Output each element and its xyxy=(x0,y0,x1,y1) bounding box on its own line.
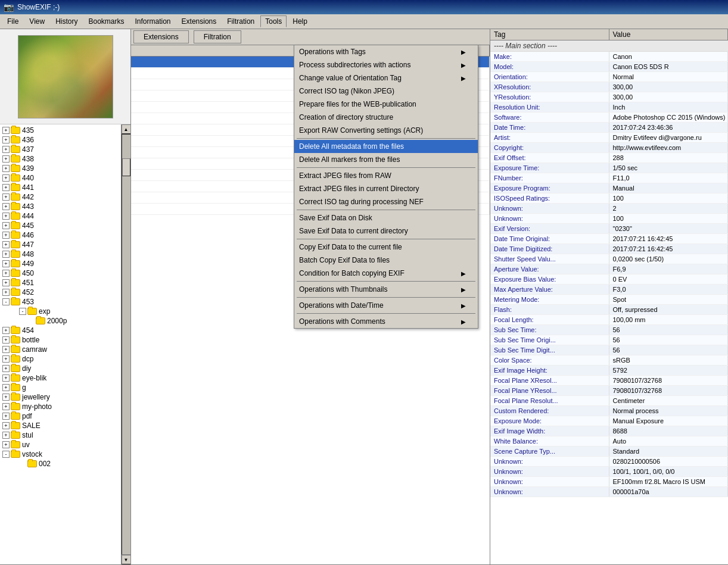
expand-btn[interactable]: + xyxy=(2,365,10,372)
menu-entry-save-exif-disk[interactable]: Save Exif Data on Disk xyxy=(294,211,478,224)
tree-item[interactable]: +uv xyxy=(0,440,121,449)
tree-item[interactable]: +bottle xyxy=(0,335,121,345)
expand-btn[interactable]: + xyxy=(2,441,10,448)
menu-file[interactable]: File xyxy=(2,15,23,27)
tree-scrollbar[interactable]: ▲ ▼ xyxy=(121,124,130,564)
tree-item[interactable]: +444 xyxy=(0,211,121,221)
menu-entry-cond-batch[interactable]: Condition for Batch copying EXIF ▶ xyxy=(294,267,478,280)
tree-item[interactable]: +447 xyxy=(0,240,121,249)
expand-btn[interactable]: + xyxy=(2,222,10,229)
tree-item[interactable]: +436 xyxy=(0,135,121,145)
scroll-down-btn[interactable]: ▼ xyxy=(122,555,131,564)
tree-item[interactable]: +449 xyxy=(0,259,121,269)
tab-extensions[interactable]: Extensions xyxy=(133,30,189,43)
expand-btn[interactable]: + xyxy=(2,422,10,429)
tree-item[interactable]: -453 xyxy=(0,297,121,307)
expand-btn[interactable]: + xyxy=(2,184,10,191)
menu-entry-ops-comments[interactable]: Operations with Comments ▶ xyxy=(294,315,478,328)
expand-btn[interactable]: + xyxy=(2,279,10,286)
expand-btn[interactable]: + xyxy=(2,241,10,248)
collapse-btn[interactable]: - xyxy=(2,451,10,458)
tree-item[interactable]: -exp xyxy=(0,307,121,316)
expand-btn[interactable]: + xyxy=(2,327,10,334)
tree-item[interactable]: +eye-blik xyxy=(0,373,121,383)
expand-btn[interactable]: + xyxy=(2,146,10,153)
menu-entry-export-raw[interactable]: Export RAW Converting settings (ACR) xyxy=(294,124,478,137)
menu-history[interactable]: History xyxy=(51,15,82,27)
tab-filtration[interactable]: Filtration xyxy=(194,30,241,43)
tree-item[interactable]: +g xyxy=(0,383,121,392)
tree-panel[interactable]: +435+436+437+438+439+440+441+442+443+444… xyxy=(0,124,121,564)
tree-item[interactable]: +diy xyxy=(0,364,121,373)
menu-entry-ops-tags[interactable]: Operations with Tags ▶ xyxy=(294,45,478,58)
expand-btn[interactable]: + xyxy=(2,213,10,220)
expand-btn[interactable]: + xyxy=(2,374,10,382)
tree-item[interactable]: +442 xyxy=(0,192,121,202)
tree-item[interactable]: +my-photo xyxy=(0,402,121,411)
tree-item[interactable]: +camraw xyxy=(0,345,121,354)
tree-item[interactable]: +SALE xyxy=(0,421,121,430)
expand-btn[interactable]: + xyxy=(2,346,10,353)
menu-entry-delete-markers[interactable]: Delete All markers from the files xyxy=(294,153,478,166)
expand-btn[interactable]: + xyxy=(2,260,10,267)
menu-entry-batch-copy[interactable]: Batch Copy Exif Data to files xyxy=(294,254,478,267)
tree-item[interactable]: +dcp xyxy=(0,354,121,364)
tree-item[interactable]: 2000p xyxy=(0,316,121,326)
menu-view[interactable]: View xyxy=(24,15,49,27)
menu-entry-ops-thumbs[interactable]: Operations with Thumbnails ▶ xyxy=(294,283,478,296)
expand-btn[interactable]: + xyxy=(2,289,10,296)
expand-btn[interactable]: + xyxy=(2,355,10,363)
menu-entry-extract-jpeg-cur[interactable]: Extract JPEG files in current Directory xyxy=(294,182,478,195)
menu-entry-prep-web[interactable]: Prepare files for the WEB-publication xyxy=(294,98,478,111)
scroll-track[interactable] xyxy=(122,134,131,555)
menu-entry-delete-meta[interactable]: Delete All metadata from the files xyxy=(294,140,478,153)
menu-entry-save-exif-cur[interactable]: Save Exif Data to current directory xyxy=(294,224,478,238)
expand-btn[interactable]: + xyxy=(2,270,10,277)
menu-entry-copy-exif-cur[interactable]: Copy Exif Data to the current file xyxy=(294,241,478,254)
menu-entry-correct-iso-nef[interactable]: Correct ISO tag during processing NEF xyxy=(294,195,478,208)
scroll-up-btn[interactable]: ▲ xyxy=(122,124,131,134)
tree-item[interactable]: +jewellery xyxy=(0,392,121,402)
menu-extensions[interactable]: Extensions xyxy=(177,15,222,27)
tree-item[interactable]: +435 xyxy=(0,126,121,135)
expand-btn[interactable]: + xyxy=(2,174,10,182)
tree-item[interactable]: +452 xyxy=(0,288,121,297)
expand-btn[interactable]: + xyxy=(2,203,10,210)
menu-entry-proc-subdirs[interactable]: Process subdirectories with actions ▶ xyxy=(294,58,478,71)
menu-entry-ops-datetime[interactable]: Operations with Date/Time ▶ xyxy=(294,299,478,312)
tree-item[interactable]: +438 xyxy=(0,154,121,164)
tree-item[interactable]: +stul xyxy=(0,430,121,440)
menu-filtration[interactable]: Filtration xyxy=(222,15,259,27)
menu-information[interactable]: Information xyxy=(130,15,176,27)
tree-item[interactable]: -vstock xyxy=(0,449,121,459)
expand-btn[interactable]: + xyxy=(2,193,10,201)
tree-item[interactable]: 002 xyxy=(0,459,121,469)
collapse-btn[interactable]: - xyxy=(19,308,26,315)
expand-btn[interactable]: + xyxy=(2,232,10,239)
menu-entry-change-orient[interactable]: Change value of Orientation Tag ▶ xyxy=(294,71,478,85)
expand-btn[interactable]: + xyxy=(2,394,10,401)
menu-entry-create-dir[interactable]: Creation of directory structure xyxy=(294,111,478,124)
collapse-btn[interactable]: - xyxy=(2,298,10,305)
expand-btn[interactable]: + xyxy=(2,384,10,391)
expand-btn[interactable]: + xyxy=(2,336,10,344)
tree-item[interactable]: +445 xyxy=(0,221,121,230)
expand-btn[interactable]: + xyxy=(2,136,10,143)
menu-tools[interactable]: Tools xyxy=(260,15,287,27)
menu-entry-correct-iso[interactable]: Correct ISO tag (Nikon JPEG) xyxy=(294,85,478,98)
tree-item[interactable]: +437 xyxy=(0,145,121,154)
expand-btn[interactable]: + xyxy=(2,127,10,134)
menu-entry-extract-jpeg-raw[interactable]: Extract JPEG files from RAW xyxy=(294,169,478,182)
tree-item[interactable]: +443 xyxy=(0,202,121,211)
tree-item[interactable]: +450 xyxy=(0,269,121,278)
tools-dropdown[interactable]: Operations with Tags ▶ Process subdirect… xyxy=(294,45,478,329)
expand-btn[interactable]: + xyxy=(2,251,10,258)
tree-item[interactable]: +440 xyxy=(0,173,121,183)
tree-item[interactable]: +451 xyxy=(0,278,121,288)
tree-item[interactable]: +446 xyxy=(0,230,121,240)
tree-item[interactable]: +439 xyxy=(0,164,121,173)
scroll-thumb[interactable] xyxy=(122,158,130,176)
menu-bookmarks[interactable]: Bookmarks xyxy=(83,15,129,27)
expand-btn[interactable]: + xyxy=(2,165,10,172)
expand-btn[interactable]: + xyxy=(2,432,10,439)
